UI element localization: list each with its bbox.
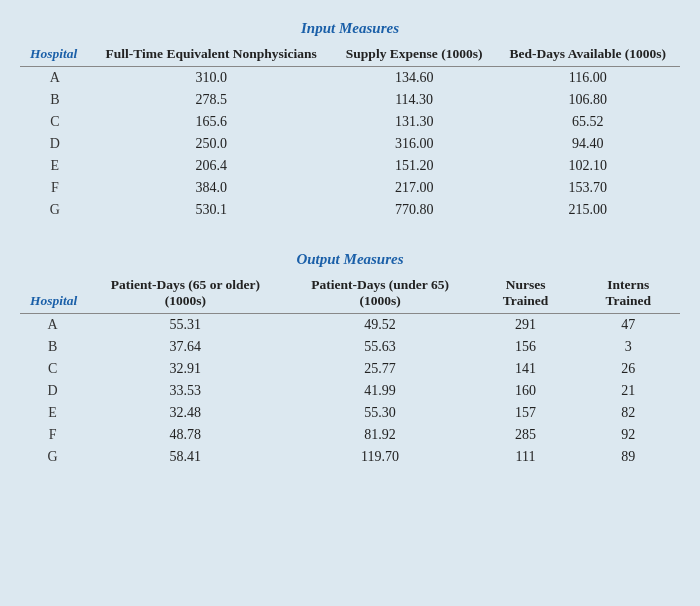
fte-cell: 278.5 (90, 89, 333, 111)
hospital-cell: G (20, 199, 90, 221)
pdu65-cell: 55.63 (285, 336, 474, 358)
hospital-cell: D (20, 133, 90, 155)
input-measures-title: Input Measures (20, 20, 680, 37)
output-measures-title: Output Measures (20, 251, 680, 268)
supply-cell: 151.20 (333, 155, 496, 177)
table-row: A 55.31 49.52 291 47 (20, 314, 680, 337)
hospital-cell: B (20, 89, 90, 111)
input-header-row: Hospital Full-Time Equivalent Nonphysici… (20, 43, 680, 67)
beddays-cell: 106.80 (496, 89, 680, 111)
pd65-cell: 55.31 (85, 314, 285, 337)
input-measures-section: Input Measures Hospital Full-Time Equiva… (20, 20, 680, 221)
input-measures-table: Hospital Full-Time Equivalent Nonphysici… (20, 43, 680, 221)
interns-cell: 89 (576, 446, 680, 468)
nurses-cell: 141 (475, 358, 577, 380)
supply-cell: 770.80 (333, 199, 496, 221)
input-col-beddays: Bed-Days Available (1000s) (496, 43, 680, 67)
fte-cell: 206.4 (90, 155, 333, 177)
nurses-cell: 111 (475, 446, 577, 468)
pd65-cell: 33.53 (85, 380, 285, 402)
table-row: B 37.64 55.63 156 3 (20, 336, 680, 358)
nurses-cell: 160 (475, 380, 577, 402)
hospital-cell: F (20, 177, 90, 199)
input-col-supply: Supply Expense (1000s) (333, 43, 496, 67)
table-row: E 206.4 151.20 102.10 (20, 155, 680, 177)
beddays-cell: 102.10 (496, 155, 680, 177)
pd65-cell: 32.91 (85, 358, 285, 380)
table-row: A 310.0 134.60 116.00 (20, 67, 680, 90)
hospital-cell: E (20, 155, 90, 177)
hospital-cell: A (20, 314, 85, 337)
input-table-body: A 310.0 134.60 116.00 B 278.5 114.30 106… (20, 67, 680, 222)
hospital-cell: D (20, 380, 85, 402)
fte-cell: 250.0 (90, 133, 333, 155)
pdu65-cell: 49.52 (285, 314, 474, 337)
fte-cell: 165.6 (90, 111, 333, 133)
output-measures-section: Output Measures Hospital Patient-Days (6… (20, 251, 680, 468)
nurses-cell: 291 (475, 314, 577, 337)
table-row: B 278.5 114.30 106.80 (20, 89, 680, 111)
output-header-row: Hospital Patient-Days (65 or older) (100… (20, 274, 680, 314)
table-row: G 58.41 119.70 111 89 (20, 446, 680, 468)
nurses-cell: 156 (475, 336, 577, 358)
pdu65-cell: 55.30 (285, 402, 474, 424)
pdu65-cell: 81.92 (285, 424, 474, 446)
table-row: F 384.0 217.00 153.70 (20, 177, 680, 199)
table-row: D 250.0 316.00 94.40 (20, 133, 680, 155)
output-col-hospital: Hospital (20, 274, 85, 314)
interns-cell: 21 (576, 380, 680, 402)
fte-cell: 384.0 (90, 177, 333, 199)
supply-cell: 114.30 (333, 89, 496, 111)
table-row: C 165.6 131.30 65.52 (20, 111, 680, 133)
hospital-cell: C (20, 358, 85, 380)
hospital-cell: B (20, 336, 85, 358)
interns-cell: 82 (576, 402, 680, 424)
pdu65-cell: 41.99 (285, 380, 474, 402)
fte-cell: 530.1 (90, 199, 333, 221)
hospital-cell: F (20, 424, 85, 446)
supply-cell: 217.00 (333, 177, 496, 199)
table-row: C 32.91 25.77 141 26 (20, 358, 680, 380)
output-col-pd65: Patient-Days (65 or older) (1000s) (85, 274, 285, 314)
output-col-nurses: Nurses Trained (475, 274, 577, 314)
beddays-cell: 116.00 (496, 67, 680, 90)
supply-cell: 131.30 (333, 111, 496, 133)
output-col-interns: Interns Trained (576, 274, 680, 314)
interns-cell: 3 (576, 336, 680, 358)
interns-cell: 92 (576, 424, 680, 446)
pdu65-cell: 119.70 (285, 446, 474, 468)
fte-cell: 310.0 (90, 67, 333, 90)
output-table-body: A 55.31 49.52 291 47 B 37.64 55.63 156 3… (20, 314, 680, 469)
supply-cell: 134.60 (333, 67, 496, 90)
hospital-cell: A (20, 67, 90, 90)
interns-cell: 47 (576, 314, 680, 337)
input-col-fte: Full-Time Equivalent Nonphysicians (90, 43, 333, 67)
table-row: E 32.48 55.30 157 82 (20, 402, 680, 424)
supply-cell: 316.00 (333, 133, 496, 155)
beddays-cell: 65.52 (496, 111, 680, 133)
input-col-hospital: Hospital (20, 43, 90, 67)
output-measures-table: Hospital Patient-Days (65 or older) (100… (20, 274, 680, 468)
beddays-cell: 153.70 (496, 177, 680, 199)
nurses-cell: 157 (475, 402, 577, 424)
table-row: D 33.53 41.99 160 21 (20, 380, 680, 402)
table-row: G 530.1 770.80 215.00 (20, 199, 680, 221)
pd65-cell: 37.64 (85, 336, 285, 358)
pdu65-cell: 25.77 (285, 358, 474, 380)
interns-cell: 26 (576, 358, 680, 380)
hospital-cell: C (20, 111, 90, 133)
nurses-cell: 285 (475, 424, 577, 446)
pd65-cell: 32.48 (85, 402, 285, 424)
beddays-cell: 94.40 (496, 133, 680, 155)
hospital-cell: G (20, 446, 85, 468)
table-row: F 48.78 81.92 285 92 (20, 424, 680, 446)
beddays-cell: 215.00 (496, 199, 680, 221)
output-col-pdu65: Patient-Days (under 65) (1000s) (285, 274, 474, 314)
pd65-cell: 48.78 (85, 424, 285, 446)
hospital-cell: E (20, 402, 85, 424)
pd65-cell: 58.41 (85, 446, 285, 468)
